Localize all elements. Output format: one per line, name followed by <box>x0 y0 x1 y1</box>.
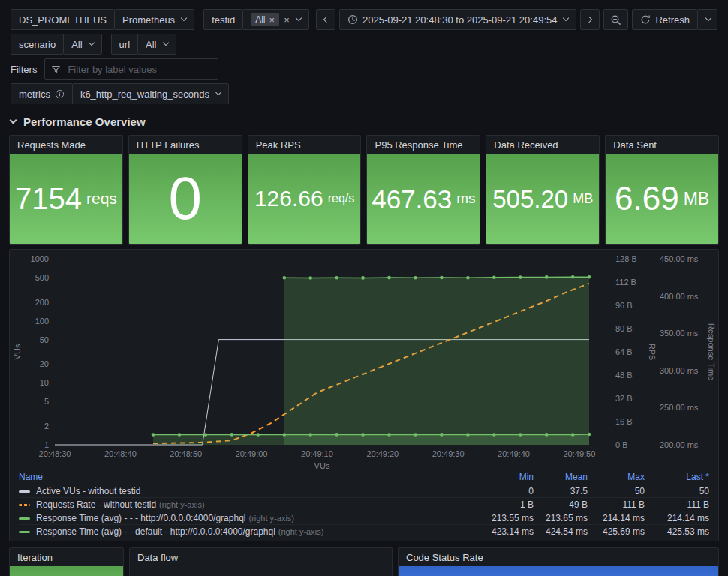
time-range-picker[interactable]: 2025-09-21 20:48:30 to 2025-09-21 20:49:… <box>339 9 577 30</box>
url-value: All <box>146 39 156 50</box>
datasource-variable: DS_PROMETHEUS Prometheus <box>11 9 194 30</box>
url-dropdown[interactable]: All <box>137 34 176 55</box>
legend-col-min[interactable]: Min <box>486 472 534 482</box>
point-marker <box>335 276 338 280</box>
axis-tick-label: 20:49:20 <box>366 449 399 458</box>
label-filter-input[interactable] <box>66 63 212 76</box>
datasource-dropdown[interactable]: Prometheus <box>114 9 194 30</box>
axis-tick-label: 20:49:30 <box>432 449 465 458</box>
metrics-label-text: metrics <box>19 88 50 100</box>
axis-tick-label: 0 B <box>615 440 628 449</box>
axis-tick-label: 1000 <box>31 254 49 263</box>
chevron-right-icon <box>586 16 592 22</box>
point-marker <box>230 433 234 436</box>
panel-header: Data Received <box>486 136 599 154</box>
panel-header: Requests Made <box>10 136 122 154</box>
panel-iteration: Iteration <box>9 548 124 576</box>
scenario-dropdown[interactable]: All <box>63 34 101 55</box>
time-shift-forward-button[interactable] <box>580 9 600 30</box>
series-fill-response-time-avg-default-http-0-0-0-0-4000-graphql <box>284 277 589 445</box>
stat-unit: MB <box>573 191 593 207</box>
stat-value: 0 <box>168 169 202 229</box>
point-marker <box>492 276 496 280</box>
legend-row: Response Time (avg) - - - http://0.0.0.0… <box>19 511 709 524</box>
panel-code-status-rate: Code Status Rate <box>398 548 719 576</box>
legend-series-label[interactable]: Active VUs - without testid <box>36 486 140 496</box>
point-marker <box>545 275 549 279</box>
stat-title: Requests Made <box>17 140 86 151</box>
legend-series-label[interactable]: Response Time (avg) - - - http://0.0.0.0… <box>36 513 245 524</box>
testid-label: testid <box>203 9 243 30</box>
legend-series-label[interactable]: Response Time (avg) - - default - http:/… <box>36 526 275 537</box>
testid-value-chip[interactable]: All × <box>251 13 279 26</box>
metrics-label: metrics <box>11 83 73 104</box>
legend-name-cell: Response Time (avg) - - - http://0.0.0.0… <box>19 513 486 524</box>
point-marker <box>257 433 260 436</box>
dashboard-toolbar: DS_PROMETHEUS Prometheus testid All × × <box>0 0 728 104</box>
legend-value: 425.69 ms <box>588 526 645 537</box>
axis-tick-label: 16 B <box>615 417 633 426</box>
stat-value: 7154 <box>15 184 82 214</box>
section-performance-overview[interactable]: Performance Overview <box>11 108 717 135</box>
clear-all-icon[interactable]: × <box>284 15 290 25</box>
datasource-label-text: DS_PROMETHEUS <box>19 14 107 26</box>
axis-tick-label: 5 <box>44 397 49 406</box>
legend-value: 214.14 ms <box>588 513 645 524</box>
panel-body <box>399 566 718 576</box>
time-shift-back-button[interactable] <box>316 9 335 30</box>
point-marker <box>152 433 155 436</box>
point-marker <box>571 275 575 279</box>
timeseries-svg[interactable]: 20:48:3020:48:4020:48:5020:49:0020:49:10… <box>10 253 716 470</box>
legend-value: 213.55 ms <box>486 513 534 524</box>
testid-dropdown[interactable]: All × × <box>242 9 309 30</box>
panel-header: Data flow <box>130 548 392 566</box>
stat-panels-row: Requests Made7154reqsHTTP Failures0Peak … <box>9 135 719 244</box>
chevron-down-icon <box>563 15 569 21</box>
time-range-text: 2025-09-21 20:48:30 to 2025-09-21 20:49:… <box>362 14 558 26</box>
stat-value: 6.69 <box>615 182 679 215</box>
zoom-out-button[interactable] <box>603 9 628 30</box>
remove-value-icon[interactable]: × <box>269 15 275 25</box>
stat-panel-data-received: Data Received505.20MB <box>486 135 600 244</box>
axis-tick-label: 10 <box>40 378 49 387</box>
metrics-value: k6_http_req_waiting_seconds <box>80 88 209 100</box>
refresh-interval-dropdown[interactable] <box>697 9 717 30</box>
chevron-down-icon <box>88 40 94 46</box>
legend-value: 425.53 ms <box>645 526 709 537</box>
legend-value: 424.54 ms <box>534 526 588 537</box>
axis-tick-label: 20:49:50 <box>563 449 595 458</box>
toolbar-row-1: DS_PROMETHEUS Prometheus testid All × × <box>11 9 717 30</box>
toolbar-row-2: scenario All url All <box>11 34 717 55</box>
point-marker <box>204 433 208 436</box>
legend-axis-suffix: (right y-axis) <box>159 500 205 509</box>
point-marker <box>440 276 444 280</box>
legend-series-label[interactable]: Requests Rate - without testid <box>36 500 156 510</box>
metrics-dropdown[interactable]: k6_http_req_waiting_seconds <box>72 83 229 104</box>
axis-title: Response Time <box>707 323 716 380</box>
refresh-button[interactable]: Refresh <box>632 9 698 30</box>
legend-col-name[interactable]: Name <box>19 472 486 482</box>
stat-value-area: 467.63ms <box>367 154 480 244</box>
stat-panel-peak-rps: Peak RPS126.66req/s <box>248 135 362 244</box>
legend-row: Active VUs - without testid037.55050 <box>19 484 709 497</box>
axis-tick-label: 128 B <box>615 254 637 263</box>
legend-value: 111 B <box>645 500 709 510</box>
axis-title: VUs <box>13 344 22 359</box>
series-swatch-icon <box>19 490 30 493</box>
legend-col-mean[interactable]: Mean <box>534 472 588 482</box>
panel-title: Code Status Rate <box>406 552 483 563</box>
stat-value: 126.66 <box>254 188 323 210</box>
filter-icon <box>51 64 61 74</box>
timeseries-chart-area[interactable]: 20:48:3020:48:4020:48:5020:49:0020:49:10… <box>10 250 718 470</box>
axis-tick-label: 20:49:40 <box>498 449 530 458</box>
axis-tick-label: 100 <box>35 316 49 326</box>
legend-col-max[interactable]: Max <box>588 472 645 482</box>
chip-text: All <box>255 14 265 25</box>
legend-col-last[interactable]: Last * <box>645 472 709 482</box>
grafana-dashboard: DS_PROMETHEUS Prometheus testid All × × <box>0 0 728 576</box>
axis-tick-label: 300.00 ms <box>660 366 699 375</box>
timeseries-panel: 20:48:3020:48:4020:48:5020:49:0020:49:10… <box>9 249 719 542</box>
panel-title: Iteration <box>17 552 53 563</box>
label-filter-field[interactable] <box>44 58 218 80</box>
axis-tick-label: 2 <box>44 422 49 430</box>
